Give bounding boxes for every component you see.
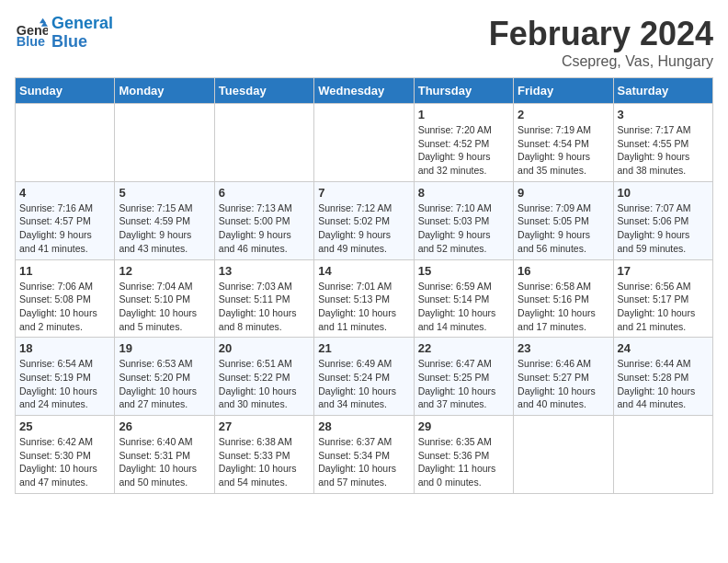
day-of-week-header: Sunday (16, 78, 115, 104)
logo-blue: Blue (51, 32, 87, 51)
day-info: Sunrise: 7:06 AM Sunset: 5:08 PM Dayligh… (19, 280, 110, 334)
logo-text: General Blue (51, 15, 113, 52)
day-number: 26 (119, 419, 210, 433)
day-number: 22 (418, 341, 509, 355)
calendar-header-row: SundayMondayTuesdayWednesdayThursdayFrid… (16, 78, 713, 104)
day-info: Sunrise: 7:12 AM Sunset: 5:02 PM Dayligh… (318, 201, 409, 256)
day-number: 24 (618, 341, 709, 355)
calendar-cell: 15Sunrise: 6:59 AM Sunset: 5:14 PM Dayli… (414, 259, 513, 338)
calendar-cell (115, 104, 214, 182)
day-of-week-header: Tuesday (214, 78, 313, 104)
day-number: 29 (418, 419, 509, 433)
day-info: Sunrise: 6:38 AM Sunset: 5:33 PM Dayligh… (219, 435, 310, 489)
calendar-title: February 2024 (489, 15, 713, 53)
svg-text:Blue: Blue (17, 34, 45, 49)
calendar-cell: 4Sunrise: 7:16 AM Sunset: 4:57 PM Daylig… (16, 181, 115, 259)
calendar-cell: 9Sunrise: 7:09 AM Sunset: 5:05 PM Daylig… (514, 181, 613, 259)
calendar-cell: 23Sunrise: 6:46 AM Sunset: 5:27 PM Dayli… (514, 338, 613, 416)
day-number: 3 (618, 108, 709, 121)
svg-marker-2 (40, 18, 46, 23)
day-number: 17 (618, 264, 709, 278)
calendar-cell: 22Sunrise: 6:47 AM Sunset: 5:25 PM Dayli… (414, 338, 513, 416)
day-number: 19 (119, 341, 210, 355)
title-area: February 2024 Csepreg, Vas, Hungary (489, 15, 713, 70)
day-number: 13 (219, 264, 310, 278)
calendar-week-row: 1Sunrise: 7:20 AM Sunset: 4:52 PM Daylig… (16, 104, 713, 182)
day-of-week-header: Thursday (414, 78, 513, 104)
day-number: 6 (219, 186, 310, 200)
day-info: Sunrise: 6:49 AM Sunset: 5:24 PM Dayligh… (318, 357, 409, 411)
day-info: Sunrise: 6:54 AM Sunset: 5:19 PM Dayligh… (19, 357, 110, 411)
day-info: Sunrise: 7:19 AM Sunset: 4:54 PM Dayligh… (518, 123, 609, 178)
calendar-cell: 10Sunrise: 7:07 AM Sunset: 5:06 PM Dayli… (613, 181, 712, 259)
calendar-cell: 7Sunrise: 7:12 AM Sunset: 5:02 PM Daylig… (314, 181, 414, 259)
calendar-cell: 28Sunrise: 6:37 AM Sunset: 5:34 PM Dayli… (314, 416, 414, 494)
day-info: Sunrise: 7:16 AM Sunset: 4:57 PM Dayligh… (19, 201, 110, 256)
calendar-subtitle: Csepreg, Vas, Hungary (489, 53, 713, 70)
calendar-cell: 11Sunrise: 7:06 AM Sunset: 5:08 PM Dayli… (16, 259, 115, 338)
day-number: 18 (19, 341, 110, 355)
calendar-cell: 6Sunrise: 7:13 AM Sunset: 5:00 PM Daylig… (214, 181, 313, 259)
calendar-cell: 26Sunrise: 6:40 AM Sunset: 5:31 PM Dayli… (115, 416, 214, 494)
calendar-cell: 3Sunrise: 7:17 AM Sunset: 4:55 PM Daylig… (613, 104, 712, 182)
calendar-cell (16, 104, 115, 182)
calendar-week-row: 25Sunrise: 6:42 AM Sunset: 5:30 PM Dayli… (16, 416, 713, 494)
calendar-cell: 19Sunrise: 6:53 AM Sunset: 5:20 PM Dayli… (115, 338, 214, 416)
day-of-week-header: Saturday (613, 78, 712, 104)
day-info: Sunrise: 6:47 AM Sunset: 5:25 PM Dayligh… (418, 357, 509, 411)
day-info: Sunrise: 7:03 AM Sunset: 5:11 PM Dayligh… (219, 280, 310, 334)
calendar-cell: 1Sunrise: 7:20 AM Sunset: 4:52 PM Daylig… (414, 104, 513, 182)
day-info: Sunrise: 6:51 AM Sunset: 5:22 PM Dayligh… (219, 357, 310, 411)
day-info: Sunrise: 6:42 AM Sunset: 5:30 PM Dayligh… (19, 435, 110, 489)
calendar-cell: 12Sunrise: 7:04 AM Sunset: 5:10 PM Dayli… (115, 259, 214, 338)
day-info: Sunrise: 7:15 AM Sunset: 4:59 PM Dayligh… (119, 201, 210, 256)
logo: General Blue General Blue (15, 15, 113, 52)
day-number: 7 (318, 186, 409, 200)
calendar-cell: 13Sunrise: 7:03 AM Sunset: 5:11 PM Dayli… (214, 259, 313, 338)
calendar-cell (613, 416, 712, 494)
day-info: Sunrise: 7:04 AM Sunset: 5:10 PM Dayligh… (119, 280, 210, 334)
day-info: Sunrise: 7:01 AM Sunset: 5:13 PM Dayligh… (318, 280, 409, 334)
day-info: Sunrise: 6:53 AM Sunset: 5:20 PM Dayligh… (119, 357, 210, 411)
calendar-week-row: 18Sunrise: 6:54 AM Sunset: 5:19 PM Dayli… (16, 338, 713, 416)
day-number: 28 (318, 419, 409, 433)
day-number: 23 (518, 341, 609, 355)
day-of-week-header: Wednesday (314, 78, 414, 104)
day-number: 21 (318, 341, 409, 355)
calendar-cell: 27Sunrise: 6:38 AM Sunset: 5:33 PM Dayli… (214, 416, 313, 494)
logo-icon: General Blue (15, 17, 48, 50)
calendar-cell: 14Sunrise: 7:01 AM Sunset: 5:13 PM Dayli… (314, 259, 414, 338)
day-number: 25 (19, 419, 110, 433)
logo-general: General (51, 14, 113, 32)
calendar-cell: 29Sunrise: 6:35 AM Sunset: 5:36 PM Dayli… (414, 416, 513, 494)
day-info: Sunrise: 6:46 AM Sunset: 5:27 PM Dayligh… (518, 357, 609, 411)
day-number: 9 (518, 186, 609, 200)
day-info: Sunrise: 7:20 AM Sunset: 4:52 PM Dayligh… (418, 123, 509, 178)
calendar-cell: 17Sunrise: 6:56 AM Sunset: 5:17 PM Dayli… (613, 259, 712, 338)
calendar-cell: 2Sunrise: 7:19 AM Sunset: 4:54 PM Daylig… (514, 104, 613, 182)
day-info: Sunrise: 7:13 AM Sunset: 5:00 PM Dayligh… (219, 201, 310, 256)
calendar-cell: 25Sunrise: 6:42 AM Sunset: 5:30 PM Dayli… (16, 416, 115, 494)
day-info: Sunrise: 6:40 AM Sunset: 5:31 PM Dayligh… (119, 435, 210, 489)
calendar-cell (514, 416, 613, 494)
day-number: 5 (119, 186, 210, 200)
calendar-cell: 20Sunrise: 6:51 AM Sunset: 5:22 PM Dayli… (214, 338, 313, 416)
day-info: Sunrise: 7:17 AM Sunset: 4:55 PM Dayligh… (618, 123, 709, 178)
calendar-cell: 16Sunrise: 6:58 AM Sunset: 5:16 PM Dayli… (514, 259, 613, 338)
day-info: Sunrise: 7:07 AM Sunset: 5:06 PM Dayligh… (618, 201, 709, 256)
day-info: Sunrise: 6:58 AM Sunset: 5:16 PM Dayligh… (518, 280, 609, 334)
calendar-cell: 18Sunrise: 6:54 AM Sunset: 5:19 PM Dayli… (16, 338, 115, 416)
calendar-cell: 21Sunrise: 6:49 AM Sunset: 5:24 PM Dayli… (314, 338, 414, 416)
day-number: 27 (219, 419, 310, 433)
day-number: 15 (418, 264, 509, 278)
header: General Blue General Blue February 2024 … (15, 15, 713, 70)
day-info: Sunrise: 6:56 AM Sunset: 5:17 PM Dayligh… (618, 280, 709, 334)
day-number: 8 (418, 186, 509, 200)
day-info: Sunrise: 6:35 AM Sunset: 5:36 PM Dayligh… (418, 435, 509, 489)
day-of-week-header: Friday (514, 78, 613, 104)
day-number: 1 (418, 108, 509, 121)
calendar-cell: 24Sunrise: 6:44 AM Sunset: 5:28 PM Dayli… (613, 338, 712, 416)
day-info: Sunrise: 6:44 AM Sunset: 5:28 PM Dayligh… (618, 357, 709, 411)
calendar-cell: 8Sunrise: 7:10 AM Sunset: 5:03 PM Daylig… (414, 181, 513, 259)
day-of-week-header: Monday (115, 78, 214, 104)
